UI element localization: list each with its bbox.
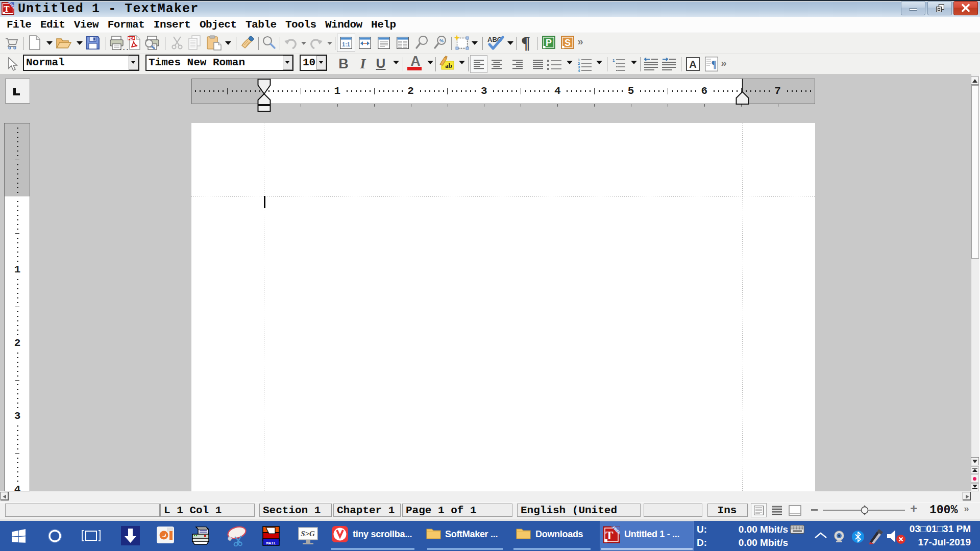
svg-text:ab: ab <box>445 62 452 69</box>
svg-text:1: 1 <box>612 58 615 63</box>
svg-text:MAIL: MAIL <box>266 541 276 545</box>
svg-text:%: % <box>439 38 444 43</box>
svg-text:S: S <box>565 38 571 48</box>
svg-text:S>G: S>G <box>301 530 315 538</box>
svg-text:P: P <box>546 38 552 48</box>
svg-text:PDF: PDF <box>128 37 135 40</box>
svg-text:4: 4 <box>578 68 580 72</box>
svg-text:¶: ¶ <box>712 59 717 70</box>
svg-text:1:1: 1:1 <box>342 41 350 47</box>
